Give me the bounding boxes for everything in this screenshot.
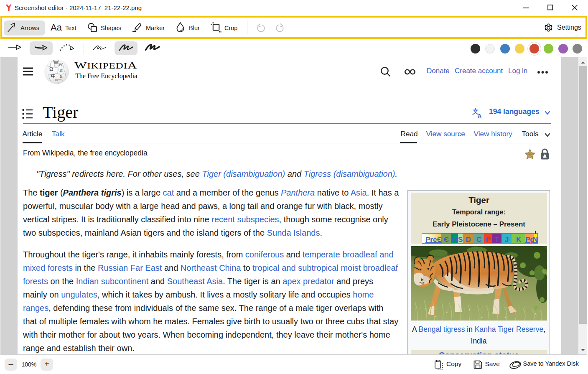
svg-text:И: И	[59, 68, 63, 73]
svg-text:Я: Я	[60, 74, 63, 79]
svg-text:A: A	[478, 113, 482, 119]
svg-text:W: W	[59, 62, 63, 67]
svg-text:Ω: Ω	[49, 66, 53, 72]
svg-text:ш: ш	[55, 78, 58, 82]
